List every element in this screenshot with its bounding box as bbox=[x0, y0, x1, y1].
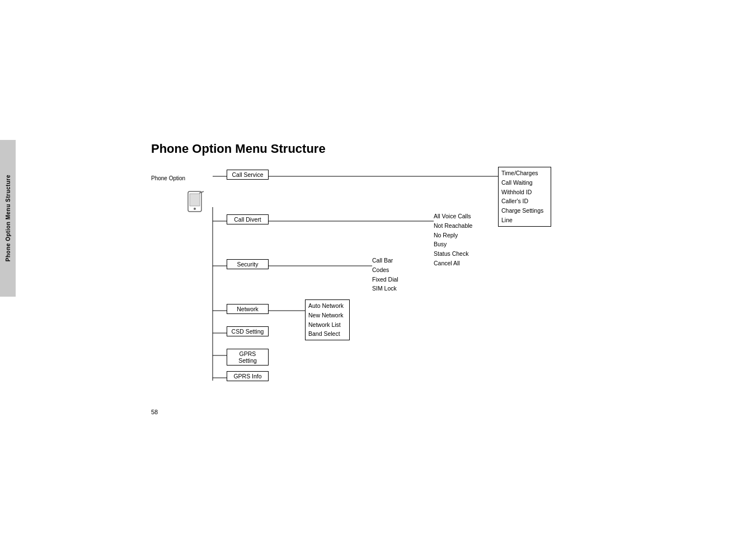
call-divert-submenu: All Voice Calls Not Reachable No Reply B… bbox=[434, 212, 472, 268]
box-call-service: Call Service bbox=[227, 170, 269, 180]
svg-point-14 bbox=[194, 208, 196, 210]
security-sub-item-3: Fixed Dial bbox=[372, 275, 398, 284]
network-sub-item-1: Auto Network bbox=[308, 301, 346, 311]
security-sub-item-1: Call Bar bbox=[372, 256, 398, 265]
box-call-divert: Call Divert bbox=[227, 214, 269, 224]
page-number: 58 bbox=[151, 409, 158, 415]
diagram: Phone Option Call Service Call Divert Se… bbox=[151, 165, 571, 400]
page: Phone Option Menu Structure Phone Option… bbox=[0, 0, 756, 534]
cs-sub-item-3: Withhold ID bbox=[501, 188, 548, 197]
cs-sub-item-1: Time/Charges bbox=[501, 168, 548, 178]
box-gprs-info: GPRS Info bbox=[227, 371, 269, 381]
cs-sub-item-6: Line bbox=[501, 216, 548, 225]
box-network: Network bbox=[227, 304, 269, 314]
divert-sub-item-2: Not Reachable bbox=[434, 221, 472, 231]
divert-sub-item-1: All Voice Calls bbox=[434, 212, 472, 221]
box-security: Security bbox=[227, 259, 269, 269]
sidebar-tab-label: Phone Option Menu Structure bbox=[5, 175, 11, 261]
divert-sub-item-3: No Reply bbox=[434, 231, 472, 240]
network-submenu-box: Auto Network New Network Network List Ba… bbox=[305, 299, 350, 340]
cs-sub-item-4: Caller's ID bbox=[501, 196, 548, 206]
cs-sub-item-5: Charge Settings bbox=[501, 206, 548, 216]
network-sub-item-2: New Network bbox=[308, 311, 346, 320]
security-submenu: Call Bar Codes Fixed Dial SIM Lock bbox=[372, 256, 398, 293]
security-sub-item-2: Codes bbox=[372, 265, 398, 275]
phone-option-label: Phone Option bbox=[151, 175, 185, 181]
svg-rect-13 bbox=[190, 194, 200, 206]
page-title: Phone Option Menu Structure bbox=[151, 142, 326, 156]
security-sub-item-4: SIM Lock bbox=[372, 284, 398, 293]
network-sub-item-3: Network List bbox=[308, 320, 346, 330]
phone-icon bbox=[184, 190, 206, 213]
divert-sub-item-6: Cancel All bbox=[434, 259, 472, 268]
divert-sub-item-5: Status Check bbox=[434, 249, 472, 259]
box-csd-setting: CSD Setting bbox=[227, 326, 269, 336]
cs-sub-item-2: Call Waiting bbox=[501, 178, 548, 188]
divert-sub-item-4: Busy bbox=[434, 240, 472, 249]
call-service-submenu-box: Time/Charges Call Waiting Withhold ID Ca… bbox=[498, 167, 551, 227]
network-sub-item-4: Band Select bbox=[308, 329, 346, 339]
box-gprs-setting: GPRS Setting bbox=[227, 349, 269, 366]
sidebar-tab: Phone Option Menu Structure bbox=[0, 140, 16, 297]
